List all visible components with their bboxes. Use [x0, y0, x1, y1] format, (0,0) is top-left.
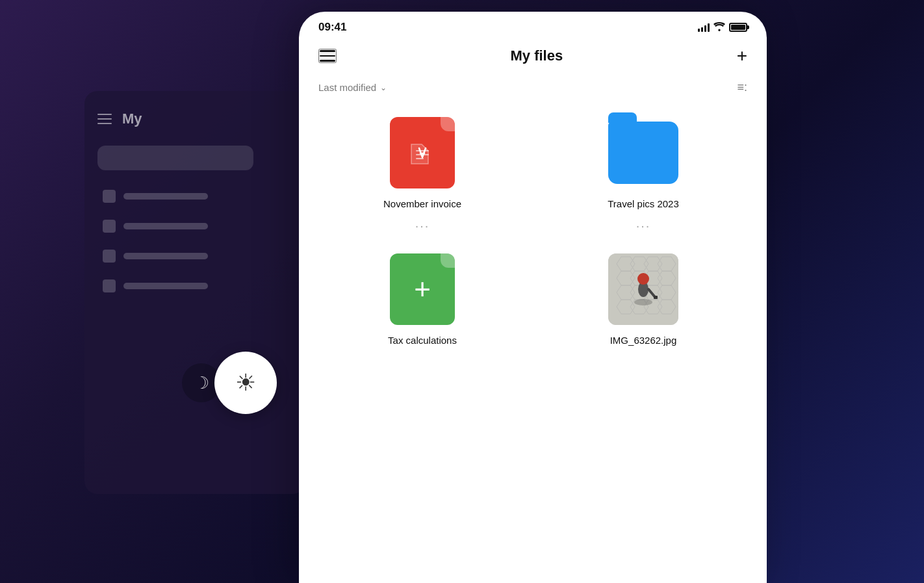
- mobile-panel: 09:41 My files +: [299, 12, 767, 583]
- dark-panel: My: [84, 91, 305, 494]
- dark-list-item: [97, 183, 292, 209]
- files-grid: November invoice ... Travel pics 2023 ..…: [299, 107, 767, 359]
- dark-file-icon: [103, 190, 116, 203]
- sun-icon[interactable]: ☀: [214, 352, 277, 414]
- file-item-travel-pics[interactable]: Travel pics 2023 ...: [539, 114, 747, 231]
- svg-rect-23: [654, 296, 658, 299]
- signal-icon: [698, 23, 710, 32]
- view-toggle-button[interactable]: ≡:: [737, 81, 747, 94]
- dark-label: [123, 193, 208, 200]
- status-time: 09:41: [318, 21, 346, 34]
- status-bar: 09:41: [299, 12, 767, 40]
- dark-list-item: [97, 273, 292, 299]
- dark-label: [123, 283, 208, 289]
- dark-label: [123, 223, 208, 229]
- dark-search-bar: [97, 146, 253, 170]
- sort-label-text: Last modified: [318, 82, 376, 93]
- svg-point-21: [637, 273, 649, 285]
- chevron-down-icon: ⌄: [380, 83, 387, 92]
- file-name: November invoice: [383, 198, 461, 209]
- sort-bar: Last modified ⌄ ≡:: [299, 75, 767, 107]
- wifi-icon: [713, 22, 725, 33]
- folder-icon-wrap: [604, 114, 682, 192]
- dark-file-icon: [103, 279, 116, 292]
- green-doc-icon: +: [390, 253, 455, 325]
- green-doc-icon-wrap: +: [383, 250, 461, 328]
- dark-label: [123, 253, 208, 259]
- dark-list-item: [97, 243, 292, 269]
- file-name: Tax calculations: [388, 335, 457, 346]
- folder-icon: [608, 122, 678, 184]
- sort-dropdown[interactable]: Last modified ⌄: [318, 82, 387, 93]
- svg-point-19: [634, 299, 652, 305]
- dark-hamburger-icon: [97, 114, 112, 124]
- file-more-button[interactable]: ...: [415, 216, 430, 231]
- pdf-icon-wrap: [383, 114, 461, 192]
- file-more-button[interactable]: ...: [636, 216, 651, 231]
- dark-panel-header: My: [97, 110, 292, 127]
- dark-list-item: [97, 213, 292, 239]
- status-icons: [698, 22, 747, 33]
- file-name: Travel pics 2023: [608, 198, 679, 209]
- add-button[interactable]: +: [737, 47, 747, 65]
- image-thumbnail-wrap: [604, 250, 682, 328]
- page-title: My files: [510, 47, 563, 64]
- svg-point-0: [719, 29, 721, 31]
- dark-file-icon: [103, 220, 116, 233]
- pdf-icon: [390, 117, 455, 188]
- dark-file-icon: [103, 250, 116, 263]
- theme-toggle[interactable]: ☽ ☀: [182, 352, 277, 414]
- menu-button[interactable]: [318, 49, 337, 63]
- file-item-img-63262[interactable]: IMG_63262.jpg: [539, 250, 747, 346]
- battery-icon: [729, 23, 747, 32]
- app-header: My files +: [299, 40, 767, 75]
- image-thumbnail: [608, 253, 678, 325]
- file-name: IMG_63262.jpg: [610, 335, 677, 346]
- file-item-tax-calculations[interactable]: + Tax calculations: [318, 250, 526, 346]
- file-item-november-invoice[interactable]: November invoice ...: [318, 114, 526, 231]
- dark-panel-title: My: [122, 110, 142, 127]
